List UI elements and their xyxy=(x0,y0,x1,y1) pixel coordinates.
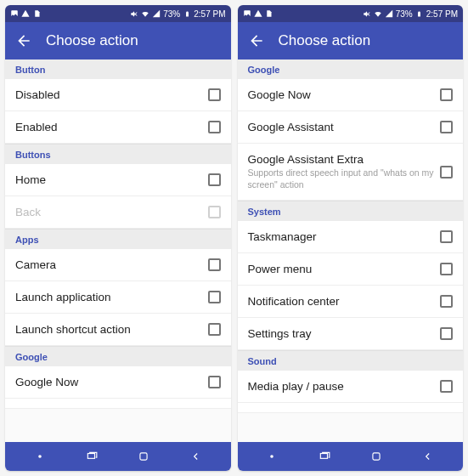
nav-recents-icon[interactable] xyxy=(83,448,100,465)
svg-rect-4 xyxy=(320,454,327,459)
checkbox-icon xyxy=(208,206,221,218)
list-item[interactable]: Google Now xyxy=(5,366,231,399)
section-header: Buttons xyxy=(5,144,231,164)
list-item-label: Back xyxy=(15,206,208,218)
section-header: Apps xyxy=(5,229,231,249)
back-icon[interactable] xyxy=(248,32,265,49)
list-item-label: Google Assistant Extra xyxy=(248,153,441,166)
list-item-label: Media play / pause xyxy=(248,380,441,393)
list-item[interactable]: Launch shortcut action xyxy=(5,314,231,346)
list-item-label: Google Now xyxy=(248,88,441,101)
list-item-label: Launch shortcut action xyxy=(15,323,208,336)
svg-point-3 xyxy=(270,455,273,458)
signal-icon xyxy=(152,9,161,18)
phone-left: 73% 2:57 PM Choose action ButtonDisabled… xyxy=(5,5,231,471)
wifi-icon xyxy=(374,9,382,18)
section-header: Google xyxy=(5,346,231,366)
list-item[interactable]: Disabled xyxy=(5,79,231,111)
nav-home-icon[interactable] xyxy=(135,448,152,465)
image-icon xyxy=(10,9,19,18)
image-icon xyxy=(243,9,251,18)
section-header: Button xyxy=(5,60,231,79)
checkbox-icon[interactable] xyxy=(440,380,453,393)
clock-text: 2:57 PM xyxy=(426,9,458,19)
list-item-label: Power menu xyxy=(248,263,441,275)
list-item[interactable]: Launch application xyxy=(5,281,231,314)
list-item-label: Home xyxy=(15,173,208,186)
list-item-sub: Supports direct speech input and "whats … xyxy=(248,167,441,190)
app-bar: Choose action xyxy=(238,22,464,60)
back-icon[interactable] xyxy=(15,32,32,49)
partial-list-item xyxy=(238,403,464,413)
list-item-label: Camera xyxy=(15,258,208,271)
app-title: Choose action xyxy=(279,32,371,49)
list-item-label: Launch application xyxy=(15,291,208,303)
nav-bar xyxy=(5,442,231,471)
phone-right: 73% 2:57 PM Choose action GoogleGoogle N… xyxy=(238,5,464,471)
checkbox-icon[interactable] xyxy=(208,376,221,388)
list-item[interactable]: Power menu xyxy=(238,253,464,286)
content-right: GoogleGoogle NowGoogle AssistantGoogle A… xyxy=(238,60,464,442)
list-item-label: Google Assistant xyxy=(248,121,441,133)
svg-rect-5 xyxy=(373,453,380,460)
list-item[interactable]: Home xyxy=(5,164,231,196)
nav-bar xyxy=(238,442,464,471)
checkbox-icon[interactable] xyxy=(440,263,453,275)
battery-icon xyxy=(183,9,191,18)
nav-dot-icon[interactable] xyxy=(263,448,280,465)
app-title: Choose action xyxy=(46,32,138,49)
mute-icon xyxy=(130,9,138,18)
doc-icon xyxy=(265,9,273,18)
checkbox-icon[interactable] xyxy=(208,291,221,303)
list-item-label: Taskmanager xyxy=(248,230,441,243)
checkbox-icon[interactable] xyxy=(208,323,221,336)
svg-rect-2 xyxy=(140,453,147,460)
checkbox-icon[interactable] xyxy=(440,88,453,101)
list-item[interactable]: Media play / pause xyxy=(238,371,464,403)
checkbox-icon[interactable] xyxy=(208,88,221,101)
partial-list-item xyxy=(5,399,231,409)
battery-icon xyxy=(415,9,424,18)
mute-icon xyxy=(363,9,371,18)
list-item-label: Settings tray xyxy=(248,327,441,340)
content-left: ButtonDisabledEnabledButtonsHomeBackApps… xyxy=(5,60,231,442)
section-header: Google xyxy=(238,60,464,79)
nav-recents-icon[interactable] xyxy=(316,448,333,465)
svg-rect-1 xyxy=(87,454,94,459)
warning-icon xyxy=(254,9,262,18)
nav-back-icon[interactable] xyxy=(188,448,205,465)
checkbox-icon[interactable] xyxy=(440,121,453,133)
list-item[interactable]: Camera xyxy=(5,249,231,281)
list-item-label: Disabled xyxy=(15,88,208,101)
list-item[interactable]: Taskmanager xyxy=(238,221,464,253)
checkbox-icon[interactable] xyxy=(440,295,453,308)
checkbox-icon[interactable] xyxy=(208,173,221,186)
doc-icon xyxy=(32,9,41,18)
list-item-label: Google Now xyxy=(15,376,208,388)
nav-back-icon[interactable] xyxy=(420,448,437,465)
list-item[interactable]: Google Assistant xyxy=(238,111,464,144)
clock-text: 2:57 PM xyxy=(194,9,225,19)
checkbox-icon[interactable] xyxy=(440,327,453,340)
list-item-label: Enabled xyxy=(15,121,208,133)
list-item[interactable]: Google Assistant ExtraSupports direct sp… xyxy=(238,144,464,201)
checkbox-icon[interactable] xyxy=(208,121,221,133)
warning-icon xyxy=(21,9,30,18)
list-item[interactable]: Settings tray xyxy=(238,318,464,350)
nav-home-icon[interactable] xyxy=(368,448,385,465)
status-bar: 73% 2:57 PM xyxy=(238,5,464,22)
list-item: Back xyxy=(5,196,231,229)
checkbox-icon[interactable] xyxy=(208,258,221,271)
list-item-label: Notification center xyxy=(248,295,441,308)
list-item[interactable]: Enabled xyxy=(5,111,231,144)
section-header: System xyxy=(238,201,464,221)
wifi-icon xyxy=(141,9,149,18)
signal-icon xyxy=(385,9,393,18)
svg-point-0 xyxy=(38,455,42,458)
list-item[interactable]: Notification center xyxy=(238,286,464,318)
battery-text: 73% xyxy=(163,9,180,19)
list-item[interactable]: Google Now xyxy=(238,79,464,111)
nav-dot-icon[interactable] xyxy=(31,448,48,465)
checkbox-icon[interactable] xyxy=(440,230,453,243)
checkbox-icon[interactable] xyxy=(440,166,453,178)
